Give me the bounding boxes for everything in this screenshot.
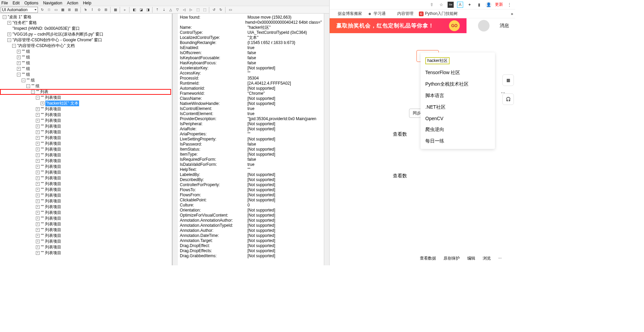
expand-icon[interactable]: + xyxy=(36,113,40,117)
tree-item[interactable]: +"" 列表项目 xyxy=(1,124,171,129)
tree-item[interactable]: −"" 列表 xyxy=(0,89,171,95)
tree-item[interactable]: +"" 组 xyxy=(1,60,171,66)
dropdown-item[interactable]: TensorFlow 社区 xyxy=(421,67,495,79)
browse-link-2[interactable]: 浏览 xyxy=(483,256,491,261)
promo-banner[interactable]: 赢取抽奖机会，红包定制礼品等你拿！ GO xyxy=(330,18,467,33)
tree-item[interactable]: +"" 列表项目 xyxy=(1,193,171,198)
expand-icon[interactable]: + xyxy=(17,50,21,53)
expand-icon[interactable]: + xyxy=(36,171,40,174)
tree-item[interactable]: +"" 列表项目 xyxy=(1,129,171,135)
toolbar-icon[interactable]: ▷ xyxy=(188,7,194,13)
star-icon[interactable]: ☆ xyxy=(438,2,444,8)
tree-scrollbar[interactable] xyxy=(172,14,178,265)
dropdown-item[interactable]: 每日一练 xyxy=(421,135,495,147)
toolbar-icon[interactable]: ▦ xyxy=(112,7,118,13)
bookmark[interactable]: 据金博客搬家 xyxy=(332,11,362,17)
mode-dropdown[interactable]: UI Automation xyxy=(1,7,38,13)
tree-item[interactable]: +"" 组 xyxy=(1,54,171,60)
expand-icon[interactable]: + xyxy=(36,148,40,151)
expand-icon[interactable]: − xyxy=(22,79,25,82)
dropdown-item[interactable]: OpenCV xyxy=(421,113,495,124)
toolbar-icon[interactable]: ⇣ xyxy=(161,7,167,13)
expand-icon[interactable]: + xyxy=(36,217,40,220)
toolbar-icon[interactable]: ⊙ xyxy=(96,7,102,13)
expand-icon[interactable]: − xyxy=(12,44,16,48)
messages-link[interactable]: 消息 xyxy=(500,23,509,29)
tree-item[interactable]: +"" 列表项目 xyxy=(1,147,171,152)
expand-icon[interactable]: + xyxy=(36,153,40,157)
toolbar-icon[interactable]: ⬚ xyxy=(201,7,208,13)
bookmark[interactable]: 内容管理 xyxy=(391,11,413,17)
share-icon[interactable]: ⇧ xyxy=(429,2,435,8)
tree-item[interactable]: +"" 列表项目 xyxy=(1,233,171,239)
expand-icon[interactable]: + xyxy=(17,56,21,59)
tree-item[interactable]: +"" 列表项目 xyxy=(1,227,171,233)
tree-item[interactable]: +"" 列表项目 xyxy=(1,216,171,221)
tree-item[interactable]: +"" 列表项目 xyxy=(1,135,171,141)
dropdown-item[interactable]: .NET社区 xyxy=(421,102,495,113)
dropdown-item[interactable]: Python全栈技术社区 xyxy=(421,79,495,90)
expand-icon[interactable]: + xyxy=(17,61,21,65)
original-protect-link[interactable]: 原创保护 xyxy=(444,256,460,261)
bookmark[interactable]: ⊕学习通 xyxy=(367,11,386,17)
expand-icon[interactable]: + xyxy=(7,32,11,36)
properties-pane[interactable]: How found:Mouse move (1592,663)hwnd=0x00… xyxy=(178,14,324,265)
expand-icon[interactable]: + xyxy=(36,107,40,111)
expand-icon[interactable]: − xyxy=(7,38,11,42)
menu-navigation[interactable]: Navigation xyxy=(43,1,62,5)
toolbar-icon[interactable]: ▭ xyxy=(53,7,59,13)
toolbar-icon[interactable] xyxy=(225,7,226,13)
menu-options[interactable]: Options xyxy=(24,1,38,5)
tree-item[interactable]: −"内容管理-CSDN创作中心 - Google Chrome" 窗口 xyxy=(1,37,171,43)
extensions-icon[interactable]: ✦ xyxy=(467,2,473,8)
edit-link-2[interactable]: 编辑 xyxy=(467,256,475,261)
toolbar-icon[interactable] xyxy=(129,7,130,13)
qr-fab[interactable]: ▦ xyxy=(502,74,514,86)
tree-item[interactable]: +"" 列表项目 xyxy=(1,106,171,112)
more-dots-2[interactable]: ··· xyxy=(498,256,502,261)
menu-edit[interactable]: Edit xyxy=(13,1,20,5)
expand-icon[interactable]: + xyxy=(17,67,21,71)
tree-item[interactable]: +"" 列表项目 xyxy=(1,210,171,216)
toolbar-icon[interactable] xyxy=(80,7,81,13)
expand-icon[interactable]: + xyxy=(36,136,40,140)
expand-icon[interactable]: − xyxy=(3,15,6,19)
tree-item[interactable]: +"" 列表项目 xyxy=(1,198,171,204)
bookmark[interactable]: CPython入门技能树 xyxy=(419,11,458,17)
expand-icon[interactable]: + xyxy=(36,240,40,243)
toolbar-icon[interactable]: ◨ xyxy=(145,7,151,13)
toolbar-icon[interactable]: ▽ xyxy=(174,7,181,13)
tree-item[interactable]: +"" 列表项目 xyxy=(1,158,171,164)
tree-item[interactable]: +"" 列表项目 xyxy=(1,175,171,181)
expand-icon[interactable]: − xyxy=(26,84,30,88)
expand-icon[interactable]: + xyxy=(36,211,40,215)
tree-item[interactable]: +"" 列表项目 xyxy=(1,164,171,170)
tree-item[interactable]: +"VGG16.py – csdn同步社区(滚动条判断)5.py" 窗口 xyxy=(1,31,171,37)
toolbar-icon[interactable]: ◁ xyxy=(181,7,187,13)
expand-icon[interactable]: − xyxy=(31,90,35,94)
tree-item[interactable]: +"" 列表项目 xyxy=(1,221,171,227)
props-scrollbar[interactable] xyxy=(324,14,329,265)
expand-icon[interactable]: + xyxy=(36,119,40,123)
tree-item[interactable]: +"" 列表项目 xyxy=(1,187,171,193)
expand-icon[interactable]: + xyxy=(41,102,44,105)
toolbar-icon[interactable]: △ xyxy=(168,7,174,13)
expand-icon[interactable]: + xyxy=(36,234,40,238)
expand-icon[interactable]: − xyxy=(36,96,40,99)
toolbar-icon[interactable]: I xyxy=(89,7,95,13)
toolbar-icon[interactable]: ⊞ xyxy=(103,7,109,13)
tree-pane[interactable]: −"桌面 1" 窗格+"任务栏" 窗格"Inspect (HWND: 0x000… xyxy=(0,14,172,265)
toolbar-icon[interactable]: ◧ xyxy=(131,7,137,13)
menu-action[interactable]: Action xyxy=(67,1,78,5)
tree-item[interactable]: +"" 列表项目 xyxy=(1,112,171,118)
menu-file[interactable]: File xyxy=(1,1,8,5)
expand-icon[interactable]: + xyxy=(36,245,40,249)
view-data-link[interactable]: 查看数据 xyxy=(420,256,436,261)
tree-item[interactable]: +"hacker社区" 文本 xyxy=(1,101,171,106)
expand-icon[interactable]: + xyxy=(36,188,40,192)
dropdown-item[interactable]: hacker社区 xyxy=(421,54,495,67)
menu-help[interactable]: Help xyxy=(83,1,91,5)
tree-item[interactable]: −"" 组 xyxy=(1,72,171,78)
toolbar-icon[interactable]: ▤ xyxy=(73,7,79,13)
avatar[interactable] xyxy=(478,20,490,31)
